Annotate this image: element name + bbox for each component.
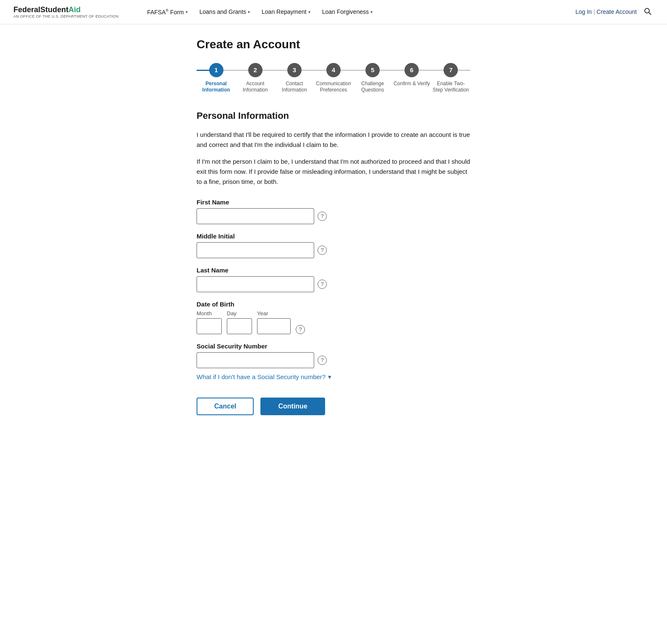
last-name-group: Last Name ? [197,267,470,292]
step-7[interactable]: 7 Enable Two-Step Verification [431,63,470,94]
chevron-down-icon: ▾ [370,10,373,14]
nav-fafsa[interactable]: FAFSA® Form ▾ [142,5,193,19]
last-name-input[interactable] [197,276,314,292]
chevron-down-icon: ▾ [308,10,310,14]
dob-row: Month Day Year ? [197,310,470,334]
dob-month-label: Month [197,310,222,317]
middle-initial-input[interactable] [197,242,314,258]
logo-aid: Aid [68,5,81,14]
first-name-help-icon[interactable]: ? [318,212,327,221]
progress-steps: 1 Personal Information 2 Account Informa… [197,63,470,94]
dob-label: Date of Birth [197,301,470,308]
ssn-input[interactable] [197,352,314,368]
chevron-down-icon: ▾ [328,373,331,381]
step-7-label: Enable Two-Step Verification [432,81,470,94]
step-4-circle: 4 [326,63,341,77]
login-link[interactable]: Log In [575,8,592,15]
step-3[interactable]: 3 Contact Information [275,63,314,94]
nav-loans-grants[interactable]: Loans and Grants ▾ [194,5,255,18]
nav-loan-repayment[interactable]: Loan Repayment ▾ [257,5,315,18]
chevron-down-icon: ▾ [186,10,188,14]
create-account-link[interactable]: Create Account [596,8,637,15]
search-icon [643,7,652,16]
middle-initial-label: Middle Initial [197,233,470,240]
step-5-circle: 5 [365,63,380,77]
cancel-button[interactable]: Cancel [197,398,254,415]
auth-divider: | [593,8,595,15]
dob-day-field: Day [227,310,252,334]
disclaimer-2: If I'm not the person I claim to be, I u… [197,157,470,187]
section-title: Personal Information [197,110,470,121]
logo-student: Student [40,5,68,14]
logo-federal: Federal [13,5,40,14]
ssn-no-number-link[interactable]: What if I don't have a Social Security n… [197,373,331,381]
disclaimer-1: I understand that I'll be required to ce… [197,130,470,150]
ssn-row: ? [197,352,470,368]
steps-track: 1 Personal Information 2 Account Informa… [197,63,470,94]
last-name-label: Last Name [197,267,470,274]
step-4[interactable]: 4 Communication Preferences [314,63,353,94]
chevron-down-icon: ▾ [248,10,250,14]
nav-auth: Log In | Create Account [575,5,654,18]
search-button[interactable] [642,5,654,18]
dob-month-input[interactable] [197,318,222,334]
middle-initial-help-icon[interactable]: ? [318,246,327,255]
personal-info-form: First Name ? Middle Initial ? Last Name … [197,199,470,381]
step-1-circle: 1 [209,63,223,77]
dob-day-input[interactable] [227,318,252,334]
step-5-label: Challenge Questions [354,81,391,94]
last-name-row: ? [197,276,470,292]
ssn-help-icon[interactable]: ? [318,356,327,365]
logo-subtext: AN OFFICE OF THE U.S. DEPARTMENT OF EDUC… [13,14,118,18]
dob-month-field: Month [197,310,222,334]
step-3-label: Contact Information [276,81,313,94]
dob-year-field: Year [257,310,291,334]
svg-point-0 [645,8,649,13]
step-1[interactable]: 1 Personal Information [197,63,236,94]
step-1-label: Personal Information [197,81,235,94]
dob-group: Date of Birth Month Day Year ? [197,301,470,334]
ssn-label: Social Security Number [197,343,470,350]
step-7-circle: 7 [444,63,458,77]
svg-line-1 [649,13,651,15]
first-name-label: First Name [197,199,470,206]
step-6[interactable]: 6 Confirm & Verify [392,63,431,87]
button-row: Cancel Continue [197,398,470,415]
step-5[interactable]: 5 Challenge Questions [353,63,392,94]
dob-help-icon[interactable]: ? [296,325,305,334]
nav-loan-forgiveness[interactable]: Loan Forgiveness ▾ [317,5,378,18]
navigation: Federal Student Aid AN OFFICE OF THE U.S… [0,0,667,24]
step-2-label: Account Information [236,81,274,94]
logo[interactable]: Federal Student Aid AN OFFICE OF THE U.S… [13,5,118,18]
first-name-group: First Name ? [197,199,470,224]
step-2-circle: 2 [248,63,263,77]
first-name-row: ? [197,208,470,224]
step-6-circle: 6 [404,63,419,77]
ssn-group: Social Security Number ? What if I don't… [197,343,470,381]
step-4-label: Communication Preferences [315,81,352,94]
middle-initial-row: ? [197,242,470,258]
main-content: Create an Account 1 Personal Information… [186,24,481,429]
last-name-help-icon[interactable]: ? [318,280,327,289]
step-3-circle: 3 [287,63,302,77]
page-title: Create an Account [197,38,470,51]
dob-year-input[interactable] [257,318,291,334]
step-2[interactable]: 2 Account Information [236,63,275,94]
middle-initial-group: Middle Initial ? [197,233,470,258]
first-name-input[interactable] [197,208,314,224]
nav-links: FAFSA® Form ▾ Loans and Grants ▾ Loan Re… [142,5,565,19]
continue-button[interactable]: Continue [260,398,325,415]
dob-day-label: Day [227,310,252,317]
step-6-label: Confirm & Verify [394,81,430,87]
dob-year-label: Year [257,310,291,317]
